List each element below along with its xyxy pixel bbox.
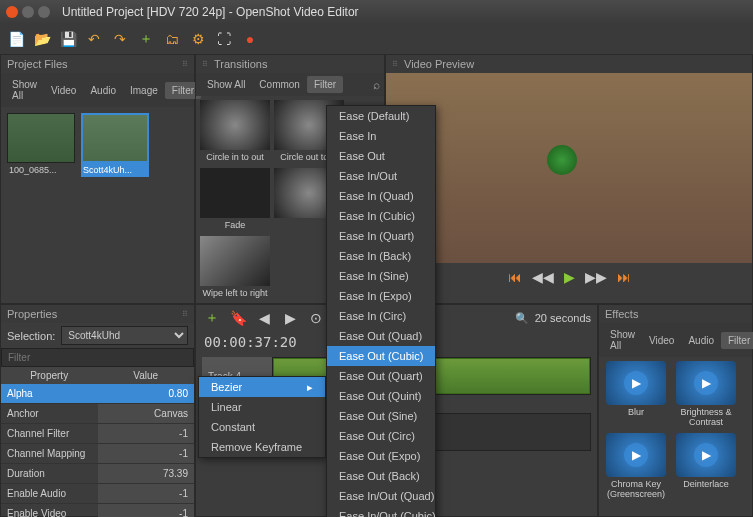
save-project-icon[interactable]: 💾	[58, 29, 78, 49]
jump-end-icon[interactable]: ⏭	[617, 269, 631, 285]
menu-item-ease[interactable]: Ease Out (Cubic)	[327, 346, 435, 366]
new-project-icon[interactable]: 📄	[6, 29, 26, 49]
window-close-button[interactable]	[6, 6, 18, 18]
search-icon[interactable]: ⌕	[373, 78, 380, 92]
menu-item-ease[interactable]: Ease In (Expo)	[327, 286, 435, 306]
property-row[interactable]: Enable Audio-1	[1, 484, 194, 504]
tab-audio[interactable]: Audio	[681, 332, 721, 349]
redo-icon[interactable]: ↷	[110, 29, 130, 49]
effects-panel: Effects Show All Video Audio Filter Blur…	[598, 304, 753, 517]
project-files-title: Project Files	[7, 58, 68, 70]
tab-common[interactable]: Common	[252, 76, 307, 93]
preview-title: Video Preview	[404, 58, 474, 70]
fullscreen-icon[interactable]: ⛶	[214, 29, 234, 49]
undo-icon[interactable]: ↶	[84, 29, 104, 49]
menu-item-ease[interactable]: Ease (Default)	[327, 106, 435, 126]
menu-item-ease[interactable]: Ease In	[327, 126, 435, 146]
center-icon[interactable]: ⊙	[306, 308, 326, 328]
file-label: 100_0685...	[7, 163, 75, 177]
transition-item[interactable]: Wipe left to right	[200, 236, 270, 300]
properties-title: Properties	[7, 308, 57, 320]
main-toolbar: 📄 📂 💾 ↶ ↷ ＋ 🗂 ⚙ ⛶ ●	[0, 24, 753, 54]
tab-show-all[interactable]: Show All	[200, 76, 252, 93]
window-maximize-button[interactable]	[38, 6, 50, 18]
menu-item-bezier[interactable]: Bezier	[199, 377, 325, 397]
selection-dropdown[interactable]: Scott4kUhd	[61, 326, 188, 345]
menu-item-linear[interactable]: Linear	[199, 397, 325, 417]
next-marker-icon[interactable]: ▶	[280, 308, 300, 328]
menu-item-constant[interactable]: Constant	[199, 417, 325, 437]
marker-icon[interactable]: 🔖	[228, 308, 248, 328]
effect-item[interactable]: Brightness & Contrast	[673, 361, 739, 429]
tab-image[interactable]: Image	[123, 82, 165, 99]
files-icon[interactable]: 🗂	[162, 29, 182, 49]
transition-item[interactable]: Fade	[200, 168, 270, 232]
menu-item-ease[interactable]: Ease Out (Sine)	[327, 406, 435, 426]
properties-panel: Properties⠿ Selection: Scott4kUhd Proper…	[0, 304, 195, 517]
menu-item-ease[interactable]: Ease In (Back)	[327, 246, 435, 266]
menu-item-ease[interactable]: Ease In (Circ)	[327, 306, 435, 326]
tab-video[interactable]: Video	[44, 82, 83, 99]
property-row[interactable]: Channel Filter-1	[1, 424, 194, 444]
menu-item-ease[interactable]: Ease In (Cubic)	[327, 206, 435, 226]
profile-icon[interactable]: ⚙	[188, 29, 208, 49]
zoom-icon: 🔍	[515, 312, 529, 325]
file-item[interactable]: 100_0685...	[7, 113, 75, 177]
video-preview-panel: ⠿Video Preview ⏮ ◀◀ ▶ ▶▶ ⏭	[385, 54, 753, 304]
transition-item[interactable]: Circle in to out	[200, 100, 270, 164]
play-icon[interactable]: ▶	[564, 269, 575, 285]
menu-item-ease[interactable]: Ease Out (Quart)	[327, 366, 435, 386]
window-title: Untitled Project [HDV 720 24p] - OpenSho…	[62, 5, 359, 19]
selection-label: Selection:	[7, 330, 55, 342]
menu-item-ease[interactable]: Ease In/Out	[327, 166, 435, 186]
tab-filter[interactable]: Filter	[307, 76, 343, 93]
jump-start-icon[interactable]: ⏮	[508, 269, 522, 285]
menu-item-ease[interactable]: Ease Out	[327, 146, 435, 166]
preview-viewport[interactable]	[386, 73, 752, 263]
add-track-icon[interactable]: ＋	[202, 308, 222, 328]
open-project-icon[interactable]: 📂	[32, 29, 52, 49]
menu-item-ease[interactable]: Ease In (Quad)	[327, 186, 435, 206]
menu-item-ease[interactable]: Ease Out (Quad)	[327, 326, 435, 346]
interpolation-context-menu: Bezier Linear Constant Remove Keyframe	[198, 376, 326, 458]
prop-header-name: Property	[1, 367, 98, 384]
tab-filter[interactable]: Filter	[721, 332, 753, 349]
easing-context-menu: Ease (Default) Ease In Ease Out Ease In/…	[326, 105, 436, 517]
project-files-tabs: Show All Video Audio Image Filter ⌕	[1, 73, 194, 107]
menu-item-ease[interactable]: Ease Out (Circ)	[327, 426, 435, 446]
menu-item-ease[interactable]: Ease In (Quart)	[327, 226, 435, 246]
tab-video[interactable]: Video	[642, 332, 681, 349]
property-row[interactable]: Duration73.39	[1, 464, 194, 484]
tab-audio[interactable]: Audio	[83, 82, 123, 99]
properties-filter-input[interactable]	[1, 348, 194, 367]
effect-item[interactable]: Blur	[603, 361, 669, 429]
forward-icon[interactable]: ▶▶	[585, 269, 607, 285]
effect-item[interactable]: Deinterlace	[673, 433, 739, 501]
window-minimize-button[interactable]	[22, 6, 34, 18]
transitions-title: Transitions	[214, 58, 267, 70]
tab-show-all[interactable]: Show All	[5, 76, 44, 104]
prev-marker-icon[interactable]: ◀	[254, 308, 274, 328]
zoom-label: 20 seconds	[535, 312, 591, 324]
add-icon[interactable]: ＋	[136, 29, 156, 49]
property-row[interactable]: Channel Mapping-1	[1, 444, 194, 464]
menu-item-ease[interactable]: Ease In/Out (Quad)	[327, 486, 435, 506]
file-item[interactable]: Scott4kUh...	[81, 113, 149, 177]
menu-item-ease[interactable]: Ease Out (Quint)	[327, 386, 435, 406]
property-row[interactable]: Alpha0.80	[1, 384, 194, 404]
menu-item-ease[interactable]: Ease In (Sine)	[327, 266, 435, 286]
property-row[interactable]: AnchorCanvas	[1, 404, 194, 424]
property-row[interactable]: Enable Video-1	[1, 504, 194, 517]
menu-item-ease[interactable]: Ease Out (Expo)	[327, 446, 435, 466]
effect-item[interactable]: Chroma Key (Greenscreen)	[603, 433, 669, 501]
menu-item-ease[interactable]: Ease Out (Back)	[327, 466, 435, 486]
menu-item-ease[interactable]: Ease In/Out (Cubic)	[327, 506, 435, 517]
menu-item-remove-keyframe[interactable]: Remove Keyframe	[199, 437, 325, 457]
export-icon[interactable]: ●	[240, 29, 260, 49]
tab-show-all[interactable]: Show All	[603, 326, 642, 354]
project-files-panel: Project Files⠿ Show All Video Audio Imag…	[0, 54, 195, 304]
prop-header-value: Value	[98, 367, 195, 384]
rewind-icon[interactable]: ◀◀	[532, 269, 554, 285]
file-label: Scott4kUh...	[81, 163, 149, 177]
effects-title: Effects	[605, 308, 638, 320]
